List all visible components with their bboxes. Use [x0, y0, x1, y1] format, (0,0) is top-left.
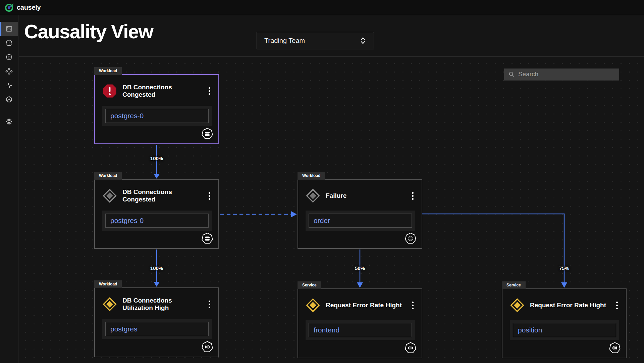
graph-node-failure[interactable]: Workload Failure order — [298, 179, 422, 249]
node-menu-button[interactable] — [410, 191, 416, 201]
node-menu-button[interactable] — [207, 299, 212, 310]
target-icon — [5, 53, 13, 61]
dashboard-icon — [5, 25, 13, 33]
graph-node-db-connections-utilization-high[interactable]: Workload DB Connections Utilization High… — [94, 287, 219, 357]
node-type-tab: Service — [298, 281, 321, 289]
entity-link[interactable]: position — [518, 326, 542, 334]
entity-link-box[interactable]: position — [513, 323, 616, 337]
diamond-gray-icon — [102, 188, 117, 203]
sidebar-item-targets[interactable] — [0, 50, 18, 64]
node-type-tab: Workload — [94, 280, 122, 288]
globe-heptagon-icon — [404, 342, 417, 354]
graph-node-db-connections-congested-root[interactable]: Workload DB Connections Congested postgr… — [94, 74, 219, 144]
diamond-yellow-icon — [510, 298, 525, 313]
globe-heptagon-icon — [404, 232, 417, 245]
entity-panel: postgres — [102, 319, 212, 339]
database-heptagon-icon — [201, 127, 214, 140]
top-bar: causely — [0, 0, 644, 15]
entity-link[interactable]: postgres-0 — [110, 112, 144, 120]
entity-panel: postgres-0 — [102, 211, 212, 231]
node-title: DB Connections Congested — [122, 84, 193, 98]
sidebar-item-settings[interactable] — [0, 115, 18, 129]
node-title: Request Error Rate Hight — [530, 302, 606, 309]
entity-link-box[interactable]: postgres — [105, 322, 209, 336]
entity-link-box[interactable]: order — [309, 214, 412, 228]
node-title: Request Error Rate Hight — [326, 302, 402, 309]
graph-node-db-connections-congested[interactable]: Workload DB Connections Congested postgr… — [94, 179, 219, 249]
entity-link[interactable]: order — [314, 217, 330, 224]
node-type-tab: Service — [502, 281, 526, 289]
edge-probability-label: 75% — [559, 265, 569, 271]
sidebar-item-metrics[interactable] — [0, 78, 18, 92]
entity-panel: order — [306, 211, 415, 231]
causely-logo-icon — [5, 3, 14, 12]
diamond-gray-icon — [306, 188, 320, 203]
database-heptagon-icon — [201, 232, 214, 245]
entity-panel: postgres-0 — [102, 106, 212, 126]
edge-probability-label: 100% — [150, 265, 163, 271]
globe-heptagon-icon — [201, 341, 214, 353]
sidebar-item-dashboard[interactable] — [0, 22, 18, 36]
sidebar — [0, 15, 18, 363]
diamond-yellow-icon — [306, 298, 320, 313]
causality-graph-canvas[interactable]: 100% 100% 50% 75% Workload DB Connection… — [19, 56, 644, 363]
node-type-tab: Workload — [94, 172, 122, 180]
search-input[interactable] — [518, 71, 615, 78]
sidebar-item-causality[interactable] — [0, 64, 18, 78]
entity-link[interactable]: frontend — [314, 326, 339, 334]
entity-link[interactable]: postgres — [110, 325, 138, 333]
graph-node-request-error-rate-position[interactable]: Service Request Error Rate Hight positio… — [502, 288, 627, 358]
team-select-value: Trading Team — [264, 37, 360, 45]
entity-link-box[interactable]: postgres-0 — [105, 214, 209, 228]
team-select-dropdown[interactable]: Trading Team — [257, 32, 374, 49]
graph-node-request-error-rate-frontend[interactable]: Service Request Error Rate Hight fronten… — [298, 288, 422, 358]
edge-probability-label: 50% — [355, 265, 365, 271]
node-title: DB Connections Congested — [122, 188, 193, 203]
pulse-icon — [5, 82, 13, 89]
node-menu-button[interactable] — [207, 191, 212, 201]
node-title: DB Connections Utilization High — [122, 297, 193, 312]
search-icon — [508, 71, 515, 78]
sidebar-item-alerts[interactable] — [0, 36, 18, 50]
sidebar-item-integrations[interactable] — [0, 92, 18, 106]
node-title: Failure — [326, 192, 346, 199]
entity-panel: frontend — [306, 320, 415, 340]
entity-link[interactable]: postgres-0 — [110, 217, 144, 224]
brand-name: causely — [17, 4, 41, 11]
entity-link-box[interactable]: postgres-0 — [105, 109, 209, 123]
diamond-cluster-icon — [5, 67, 13, 75]
diamond-yellow-icon — [102, 297, 117, 312]
alert-heptagon-icon — [5, 39, 13, 47]
gear-icon — [5, 118, 13, 125]
page-title: Causality View — [24, 20, 153, 43]
entity-panel: position — [510, 320, 619, 340]
node-menu-button[interactable] — [410, 300, 416, 311]
brand-logo[interactable]: causely — [5, 3, 41, 12]
hex-wheel-icon — [5, 96, 13, 103]
node-type-tab: Workload — [94, 67, 122, 75]
edge-probability-label: 100% — [150, 155, 163, 161]
node-type-tab: Workload — [298, 172, 325, 180]
entity-link-box[interactable]: frontend — [309, 323, 412, 337]
chevron-up-down-icon — [360, 36, 366, 45]
globe-heptagon-icon — [608, 342, 621, 354]
critical-octagon-alert-icon — [102, 84, 117, 98]
node-menu-button[interactable] — [614, 300, 620, 311]
node-menu-button[interactable] — [207, 86, 212, 96]
search-box — [504, 69, 619, 81]
